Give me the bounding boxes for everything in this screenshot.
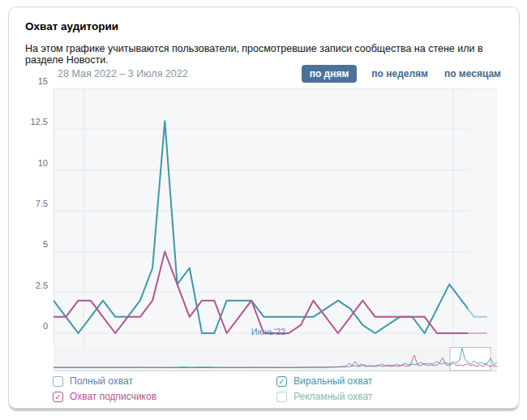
- y-axis-tick: 7.5: [15, 199, 48, 208]
- minimap-selection[interactable]: [450, 348, 491, 371]
- y-axis-tick: 0: [15, 321, 48, 331]
- checkbox-viral-reach[interactable]: ✓: [276, 376, 287, 387]
- main-line-chart: [54, 82, 497, 349]
- tab-by-months[interactable]: по месяцам: [443, 65, 503, 83]
- checkbox-ad-reach[interactable]: [276, 392, 287, 402]
- page-title: Охват аудитории: [25, 20, 118, 32]
- tab-by-weeks[interactable]: по неделям: [370, 65, 430, 83]
- checkbox-subscriber-reach[interactable]: ✓: [53, 392, 63, 402]
- chart-description: На этом графике учитываются пользователи…: [25, 43, 505, 66]
- tab-by-days[interactable]: по дням: [302, 65, 358, 83]
- checkbox-full-reach[interactable]: [53, 376, 63, 387]
- legend-item-viral-reach: ✓ Виральный охват: [276, 375, 372, 388]
- y-axis-tick: 2.5: [15, 281, 48, 290]
- granularity-tabs: по дням по неделям по месяцам: [302, 65, 503, 83]
- legend-label: Рекламный охват: [293, 391, 372, 402]
- chart-legend: Полный охват ✓ Охват подписчиков ✓ Вирал…: [9, 375, 519, 407]
- legend-label: Полный охват: [70, 375, 133, 387]
- chart-controls: 28 Мая 2022 – 3 Июля 2022 по дням по нед…: [58, 65, 503, 83]
- legend-label: Охват подписчиков: [70, 391, 156, 402]
- legend-item-full-reach: Полный охват: [53, 375, 133, 388]
- date-range-label: 28 Мая 2022 – 3 Июля 2022: [58, 68, 188, 79]
- y-axis-tick: 12.5: [15, 117, 48, 126]
- chart-minimap[interactable]: [54, 347, 497, 371]
- legend-item-subscriber-reach: ✓ Охват подписчиков: [53, 390, 156, 403]
- legend-label: Виральный охват: [293, 375, 372, 387]
- y-axis-tick: 15: [15, 76, 48, 86]
- x-axis-month-label: Июнь'22: [212, 327, 325, 336]
- legend-item-ad-reach: Рекламный охват: [276, 390, 372, 403]
- reach-stats-card: Охват аудитории На этом графике учитываю…: [8, 6, 520, 409]
- main-chart-svg: [54, 82, 497, 349]
- y-axis-tick: 10: [15, 158, 48, 168]
- minimap-svg[interactable]: [54, 347, 497, 371]
- y-axis-tick: 5: [15, 239, 48, 249]
